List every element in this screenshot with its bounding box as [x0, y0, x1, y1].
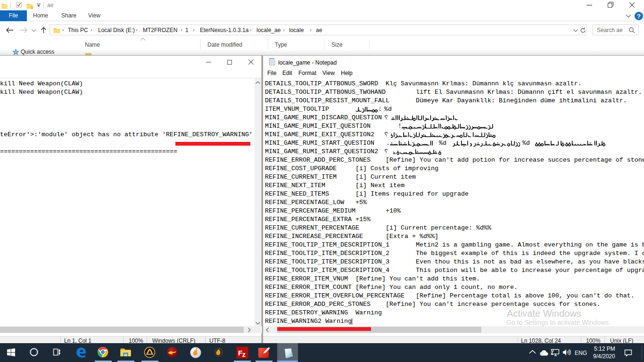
svg-text:?: ? — [637, 13, 641, 20]
svg-text:z: z — [242, 350, 246, 358]
